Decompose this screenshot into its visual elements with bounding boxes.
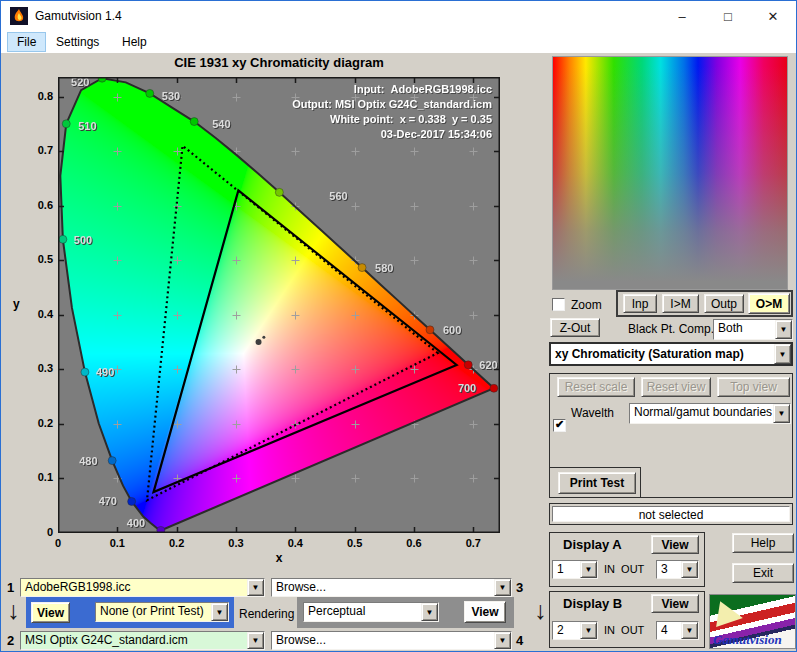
dropdown-arrow-icon[interactable]: ▼	[247, 632, 264, 649]
x-axis-label: x	[58, 551, 500, 565]
transfer-arrow-right-icon: ↓	[534, 597, 547, 623]
wavelth-checkbox[interactable]: ✔	[553, 419, 566, 432]
dropdown-arrow-icon[interactable]: ▼	[775, 320, 792, 339]
reset-view-button[interactable]: Reset view	[641, 377, 711, 397]
inp-button[interactable]: Inp	[623, 294, 657, 313]
x-tick-label: 0.5	[338, 537, 372, 549]
input-profile-select[interactable]: AdobeRGB1998.icc ▼	[20, 578, 265, 597]
y-axis-label: y	[13, 297, 20, 311]
x-tick-label: 0	[41, 537, 75, 549]
boundaries-select[interactable]: Normal/gamut boundaries ▼	[629, 403, 791, 424]
display-b-out-value: 4	[657, 622, 681, 639]
display-b-title: Display B	[563, 596, 622, 611]
test-pattern-select[interactable]: None (or Print Test) ▼	[95, 602, 229, 622]
x-tick-label: 0.3	[219, 537, 253, 549]
y-tick-label: 0.2	[25, 417, 53, 429]
y-tick-label: 0.4	[25, 308, 53, 320]
black-pt-comp-value: Both	[714, 320, 775, 339]
dropdown-arrow-icon[interactable]: ▼	[247, 579, 264, 596]
gamutvision-logo: Gamutvision	[709, 594, 796, 649]
z-out-button[interactable]: Z-Out	[550, 318, 600, 337]
output-profile-select[interactable]: MSI Optix G24C_standard.icm ▼	[20, 631, 265, 650]
menu-item-help[interactable]: Help	[113, 32, 156, 52]
titlebar[interactable]: Gamutvision 1.4 – □ ✕	[1, 1, 796, 31]
y-tick-label: 0.6	[25, 199, 53, 211]
map-mode-value: xy Chromaticity (Saturation map)	[551, 344, 774, 364]
dropdown-arrow-icon[interactable]: ▼	[211, 603, 228, 621]
app-icon	[10, 7, 28, 25]
logo-triangle-icon	[716, 601, 745, 631]
window-title: Gamutvision 1.4	[35, 1, 122, 31]
close-button[interactable]: ✕	[750, 1, 796, 31]
boundaries-value: Normal/gamut boundaries	[630, 404, 773, 423]
display-a-inout-label: IN OUT	[604, 563, 644, 575]
rendering-intent-value: Perceptual	[304, 603, 421, 621]
chromaticity-canvas[interactable]	[58, 77, 500, 533]
browse-top-select[interactable]: Browse... ▼	[271, 578, 512, 597]
slot3-number: 3	[516, 580, 523, 595]
dropdown-arrow-icon[interactable]: ▼	[580, 622, 597, 639]
dropdown-arrow-icon[interactable]: ▼	[681, 561, 698, 578]
display-b-out-select[interactable]: 4 ▼	[656, 621, 699, 640]
display-a-out-select[interactable]: 3 ▼	[656, 560, 699, 579]
transfer-arrow-left-icon: ↓	[7, 597, 20, 623]
menu-item-settings[interactable]: Settings	[47, 32, 108, 52]
display-a-out-value: 3	[657, 561, 681, 578]
reset-scale-button[interactable]: Reset scale	[557, 377, 635, 397]
map-mode-select[interactable]: xy Chromaticity (Saturation map) ▼	[549, 342, 793, 366]
gamutvision-window: Gamutvision 1.4 – □ ✕ File Settings Help…	[0, 0, 797, 652]
x-tick-label: 0.7	[456, 537, 490, 549]
menu-item-file[interactable]: File	[7, 32, 46, 52]
dropdown-arrow-icon[interactable]: ▼	[494, 632, 511, 649]
browse-bottom-select[interactable]: Browse... ▼	[271, 631, 512, 650]
zoom-checkbox[interactable]	[552, 298, 565, 311]
left-view-button[interactable]: View	[31, 602, 70, 623]
top-view-button[interactable]: Top view	[717, 377, 790, 397]
display-a-in-value: 1	[553, 561, 580, 578]
dropdown-arrow-icon[interactable]: ▼	[774, 344, 791, 364]
rendering-intent-select[interactable]: Perceptual ▼	[303, 602, 439, 622]
dropdown-arrow-icon[interactable]: ▼	[773, 404, 790, 423]
x-tick-label: 0.4	[278, 537, 312, 549]
x-tick-label: 0.1	[100, 537, 134, 549]
black-pt-comp-select[interactable]: Both ▼	[713, 319, 793, 340]
right-view-button[interactable]: View	[464, 601, 506, 623]
print-test-button[interactable]: Print Test	[558, 472, 636, 494]
input-profile-value: AdobeRGB1998.icc	[21, 579, 247, 596]
y-tick-label: 0.3	[25, 362, 53, 374]
display-a-title: Display A	[563, 537, 622, 552]
menubar: File Settings Help	[1, 31, 796, 53]
output-profile-value: MSI Optix G24C_standard.icm	[21, 632, 247, 649]
display-b-in-value: 2	[553, 622, 580, 639]
i-to-m-button[interactable]: I>M	[662, 294, 699, 313]
y-tick-label: 0.8	[25, 90, 53, 102]
slot1-number: 1	[7, 580, 14, 595]
checkmark-icon: ✔	[555, 418, 564, 431]
logo-text: Gamutvision	[713, 632, 782, 648]
display-b-in-select[interactable]: 2 ▼	[552, 621, 598, 640]
exit-button[interactable]: Exit	[732, 563, 794, 583]
display-a-in-select[interactable]: 1 ▼	[552, 560, 598, 579]
test-pattern-value: None (or Print Test)	[96, 603, 211, 621]
dropdown-arrow-icon[interactable]: ▼	[681, 622, 698, 639]
profile-preview[interactable]	[552, 56, 788, 290]
y-tick-label: 0.7	[25, 144, 53, 156]
help-button[interactable]: Help	[732, 533, 794, 553]
rendering-label: Rendering	[239, 607, 294, 621]
slot4-number: 4	[516, 633, 523, 648]
outp-button[interactable]: Outp	[704, 294, 744, 313]
black-pt-comp-label: Black Pt. Comp.	[628, 322, 714, 336]
dropdown-arrow-icon[interactable]: ▼	[494, 579, 511, 596]
dropdown-arrow-icon[interactable]: ▼	[580, 561, 597, 578]
display-a-view-button[interactable]: View	[651, 535, 699, 554]
dropdown-arrow-icon[interactable]: ▼	[421, 603, 438, 621]
x-tick-label: 0.2	[160, 537, 194, 549]
maximize-button[interactable]: □	[705, 1, 751, 31]
y-tick-label: 0.5	[25, 253, 53, 265]
display-b-view-button[interactable]: View	[651, 594, 699, 613]
browse-bottom-value: Browse...	[272, 632, 494, 649]
display-b-inout-label: IN OUT	[604, 624, 644, 636]
minimize-button[interactable]: –	[659, 1, 705, 31]
o-to-m-button[interactable]: O>M	[748, 293, 790, 314]
x-tick-label: 0.6	[397, 537, 431, 549]
